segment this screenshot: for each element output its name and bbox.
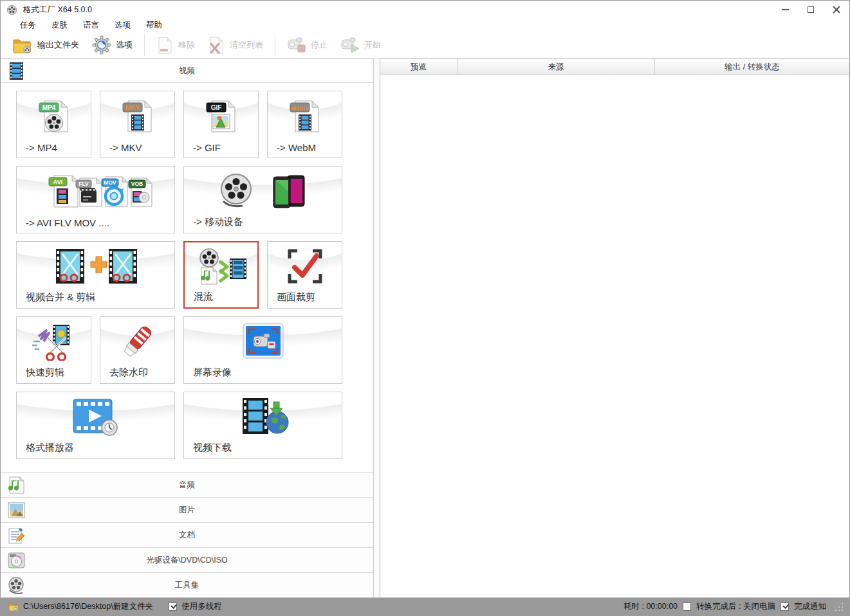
notify-checkbox[interactable] (781, 602, 789, 611)
output-path[interactable]: C:\Users\86176\Desktop\新建文件夹 (23, 601, 153, 612)
menu-options[interactable]: 选项 (107, 19, 138, 32)
window-controls (772, 1, 849, 19)
stop-button[interactable]: 停止 (281, 33, 334, 57)
category-picture[interactable]: 图片 (1, 497, 373, 522)
category-disc-dvd-cd-iso[interactable]: 光驱设备\DVD\CD\ISO (1, 547, 373, 572)
menu-language[interactable]: 语言 (75, 19, 107, 32)
close-button[interactable] (824, 1, 849, 19)
tile-label: 视频合并 & 剪辑 (26, 291, 172, 303)
toolset-reel-icon (7, 576, 26, 595)
tile-label: 去除水印 (109, 367, 172, 379)
column-header-output-status[interactable]: 输出 / 转换状态 (655, 59, 849, 75)
tile-label: 快速剪辑 (26, 367, 88, 379)
tile-mux[interactable]: 混流 (183, 241, 259, 309)
toolbar: 输出文件夹 选项 (1, 32, 849, 59)
maximize-button[interactable] (798, 1, 824, 19)
column-header-source[interactable]: 来源 (457, 59, 655, 75)
task-table-header: 预览 来源 输出 / 转换状态 (380, 59, 849, 75)
output-folder-label: 输出文件夹 (37, 39, 79, 51)
mux-icon (185, 247, 257, 287)
shutdown-after-label: 转换完成后 : 关闭电脑 (696, 601, 775, 612)
remove-button[interactable]: 移除 (150, 33, 201, 57)
svg-text:MP4: MP4 (42, 104, 55, 111)
svg-text:VOB: VOB (131, 181, 142, 187)
gif-file-icon: GIF (184, 96, 258, 136)
category-label: 图片 (26, 505, 348, 516)
disc-drive-icon (7, 551, 26, 570)
category-audio[interactable]: 音频 (1, 472, 373, 497)
film-strip-icon (7, 62, 26, 80)
crop-check-icon (268, 246, 342, 286)
tile-to-mp4[interactable]: MP4 -> MP4 (16, 91, 91, 158)
category-toolset[interactable]: 工具集 (1, 572, 373, 597)
svg-text:webm: webm (290, 104, 308, 111)
column-header-preview[interactable]: 预览 (380, 59, 457, 75)
tile-video-download[interactable]: 视频下载 (183, 392, 342, 459)
gear-icon (92, 35, 111, 55)
notify-label: 完成通知 (794, 601, 826, 612)
picture-icon (7, 501, 26, 520)
tile-label: -> MP4 (26, 142, 88, 153)
title-bar: 格式工厂 X64 5.0.0 (1, 1, 849, 19)
category-label: 音频 (26, 480, 348, 491)
tile-remove-watermark[interactable]: 去除水印 (100, 316, 175, 384)
tile-to-gif[interactable]: GIF -> GIF (183, 91, 259, 158)
tile-quick-clip[interactable]: 快速剪辑 (16, 316, 91, 384)
clear-list-label: 清空列表 (230, 39, 263, 51)
quick-clip-icon (17, 322, 91, 361)
conversion-tile-grid: MP4 -> MP4 (1, 83, 373, 459)
shutdown-after-checkbox[interactable] (683, 602, 691, 611)
options-button[interactable]: 选项 (86, 33, 139, 57)
tile-to-mobile-devices[interactable]: -> 移动设备 (183, 166, 342, 233)
category-label: 工具集 (26, 580, 348, 591)
tile-video-join-clip[interactable]: 视频合并 & 剪辑 (16, 241, 175, 309)
toolbar-separator (144, 34, 145, 56)
category-label: 文档 (26, 530, 348, 541)
tile-label: 屏幕录像 (193, 367, 339, 379)
menu-skins[interactable]: 皮肤 (44, 19, 75, 32)
menu-help[interactable]: 帮助 (138, 19, 170, 32)
status-left: C:\Users\86176\Desktop\新建文件夹 使用多线程 (8, 601, 222, 612)
clear-list-button[interactable]: 清空列表 (201, 33, 270, 57)
tile-to-webm[interactable]: webm -> WebM (267, 91, 342, 158)
task-table-body[interactable] (380, 75, 849, 597)
output-folder-button[interactable]: 输出文件夹 (6, 33, 86, 57)
start-button[interactable]: 开始 (334, 33, 387, 57)
eraser-icon (100, 322, 174, 361)
tile-label: -> GIF (193, 142, 255, 153)
minimize-button[interactable] (772, 1, 798, 19)
mkv-file-icon: MKV (100, 96, 174, 136)
app-logo-icon (6, 5, 17, 15)
tile-to-mkv[interactable]: MKV -> MKV (100, 91, 175, 158)
menu-tasks[interactable]: 任务 (12, 19, 44, 32)
tile-screen-record[interactable]: 屏幕录像 (183, 316, 342, 384)
window-title: 格式工厂 X64 5.0.0 (23, 5, 92, 15)
mobile-devices-icon (184, 171, 342, 211)
elapsed-time: 耗时 : 00:00:00 (624, 601, 678, 612)
toolbar-separator (275, 34, 275, 56)
menu-bar: 任务 皮肤 语言 选项 帮助 (1, 19, 849, 32)
category-document[interactable]: 文档 (1, 522, 373, 547)
tile-label: 格式播放器 (26, 442, 172, 454)
tile-format-player[interactable]: 格式播放器 (16, 392, 175, 459)
svg-text:FLV: FLV (79, 181, 89, 187)
remove-file-icon (156, 36, 174, 55)
tile-label: -> 移动设备 (193, 216, 339, 228)
tile-label: 视频下载 (193, 442, 339, 454)
stop-icon (287, 36, 306, 54)
clear-list-icon (208, 36, 225, 55)
tile-crop[interactable]: 画面裁剪 (267, 241, 342, 309)
tile-label: -> AVI FLV MOV .... (26, 217, 172, 228)
multithread-checkbox[interactable] (169, 602, 177, 611)
video-category-header[interactable]: 视频 (1, 59, 373, 83)
remove-label: 移除 (178, 39, 195, 51)
resize-grip[interactable] (835, 603, 843, 611)
start-icon (340, 36, 360, 54)
task-panel: 预览 来源 输出 / 转换状态 (380, 59, 849, 597)
tile-label: 混流 (194, 291, 255, 303)
video-category-label: 视频 (26, 66, 348, 77)
tile-to-avi-flv-mov[interactable]: AVI FLV (16, 166, 175, 233)
svg-text:MKV: MKV (125, 104, 140, 111)
audio-icon (7, 476, 26, 494)
category-panel: 视频 MP4 (1, 59, 374, 597)
